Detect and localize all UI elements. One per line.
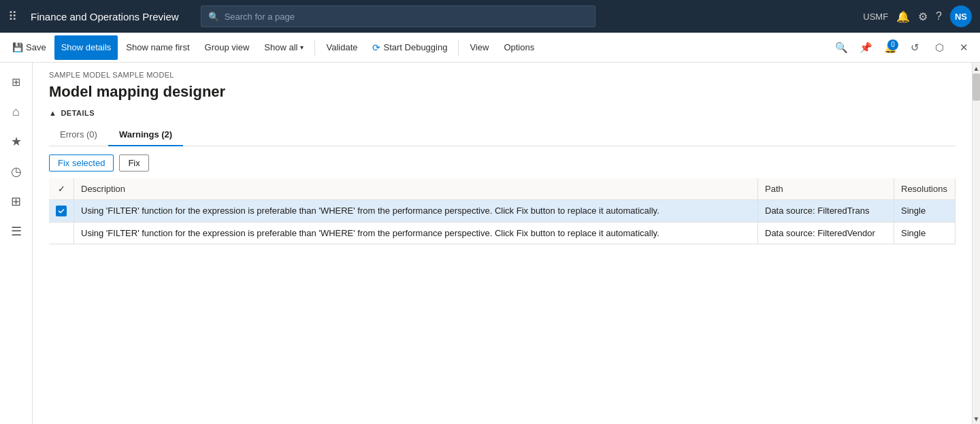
group-view-label: Group view	[205, 42, 250, 52]
main-layout: ⊞ ⌂ ★ ◷ ⊞ ☰ SAMPLE MODEL SAMPLE MODEL Mo…	[0, 63, 980, 424]
start-debugging-label: Start Debugging	[383, 42, 447, 52]
bell-icon[interactable]: 🔔	[896, 10, 910, 23]
refresh-icon[interactable]: ↺	[904, 37, 926, 59]
sidebar-filter-icon[interactable]: ⊞	[3, 68, 30, 95]
top-nav-right: USMF 🔔 ⚙ ? NS	[863, 5, 972, 27]
warnings-tab-label: Warnings (2)	[119, 129, 172, 140]
scroll-down-arrow[interactable]: ▼	[973, 413, 980, 424]
search-icon: 🔍	[208, 12, 219, 22]
table-header-row: ✓ Description Path Resolutions	[49, 178, 956, 200]
errors-tab-label: Errors (0)	[60, 129, 97, 140]
col-header-path: Path	[758, 178, 894, 200]
details-section: ▲ DETAILS Errors (0) Warnings (2) Fix se…	[33, 109, 972, 424]
show-details-label: Show details	[61, 42, 112, 52]
show-all-button[interactable]: Show all ▾	[257, 35, 310, 60]
row1-description: Using 'FILTER' function for the expressi…	[74, 200, 758, 223]
breadcrumb: SAMPLE MODEL SAMPLE MODEL	[33, 63, 972, 80]
chevron-down-icon: ▾	[300, 44, 304, 51]
row2-path: Data source: FilteredVendor	[758, 223, 894, 244]
view-button[interactable]: View	[463, 35, 495, 60]
sidebar: ⊞ ⌂ ★ ◷ ⊞ ☰	[0, 63, 33, 424]
notification-badge: 0	[887, 39, 898, 50]
validate-button[interactable]: Validate	[319, 35, 364, 60]
fix-selected-label: Fix selected	[58, 158, 105, 168]
row2-description: Using 'FILTER' function for the expressi…	[74, 223, 758, 244]
scroll-up-arrow[interactable]: ▲	[973, 63, 980, 74]
debug-icon: ⟳	[372, 42, 380, 53]
col-header-resolutions: Resolutions	[894, 178, 956, 200]
right-scrollbar[interactable]: ▲ ▼	[972, 63, 980, 424]
show-name-first-label: Show name first	[126, 42, 189, 52]
start-debugging-button[interactable]: ⟳ Start Debugging	[365, 35, 454, 60]
row2-resolutions: Single	[894, 223, 956, 244]
sidebar-menu-icon[interactable]: ☰	[3, 218, 30, 245]
environment-label: USMF	[863, 12, 888, 22]
search-box[interactable]: 🔍	[201, 5, 595, 27]
pin-icon[interactable]: 📌	[855, 37, 877, 59]
open-in-new-icon[interactable]: ⬡	[928, 37, 950, 59]
app-title: Finance and Operations Preview	[31, 11, 179, 22]
separator-1	[314, 39, 315, 56]
avatar[interactable]: NS	[950, 5, 972, 27]
collapse-arrow-icon[interactable]: ▲	[49, 109, 56, 117]
validate-label: Validate	[326, 42, 357, 52]
search-cmd-icon[interactable]: 🔍	[830, 37, 852, 59]
scroll-thumb[interactable]	[973, 74, 980, 101]
tab-errors[interactable]: Errors (0)	[49, 124, 108, 146]
row1-check-cell	[49, 200, 74, 223]
fix-label: Fix	[128, 158, 140, 168]
separator-2	[458, 39, 459, 56]
row1-path: Data source: FilteredTrans	[758, 200, 894, 223]
options-label: Options	[504, 42, 534, 52]
sidebar-home-icon[interactable]: ⌂	[3, 98, 30, 125]
scroll-track[interactable]	[973, 74, 980, 413]
tab-warnings[interactable]: Warnings (2)	[108, 124, 183, 146]
top-navigation: ⠿ Finance and Operations Preview 🔍 USMF …	[0, 0, 980, 33]
save-label: Save	[26, 42, 46, 52]
grid-icon[interactable]: ⠿	[8, 9, 17, 24]
help-icon[interactable]: ?	[936, 10, 942, 22]
details-label: DETAILS	[61, 109, 95, 117]
options-button[interactable]: Options	[497, 35, 541, 60]
sidebar-workspaces-icon[interactable]: ⊞	[3, 188, 30, 215]
search-input[interactable]	[225, 12, 588, 22]
close-icon[interactable]: ✕	[953, 37, 975, 59]
checkbox-checked	[56, 206, 67, 216]
col-header-description: Description	[74, 178, 758, 200]
sidebar-favorites-icon[interactable]: ★	[3, 128, 30, 155]
settings-icon[interactable]: ⚙	[918, 10, 928, 23]
show-all-label: Show all	[264, 42, 297, 52]
details-header: ▲ DETAILS	[49, 109, 956, 117]
row1-resolutions: Single	[894, 200, 956, 223]
page-title: Model mapping designer	[33, 80, 972, 109]
table-row[interactable]: Using 'FILTER' function for the expressi…	[49, 200, 956, 223]
col-header-check: ✓	[49, 178, 74, 200]
view-label: View	[470, 42, 489, 52]
table-row[interactable]: Using 'FILTER' function for the expressi…	[49, 223, 956, 244]
command-bar-right: 🔍 📌 🔔 0 ↺ ⬡ ✕	[830, 37, 975, 59]
fix-selected-button[interactable]: Fix selected	[49, 154, 114, 172]
content-area: SAMPLE MODEL SAMPLE MODEL Model mapping …	[33, 63, 972, 424]
save-button[interactable]: 💾 Save	[5, 35, 53, 60]
command-bar: 💾 Save Show details Show name first Grou…	[0, 33, 980, 63]
fix-button[interactable]: Fix	[119, 154, 148, 172]
save-disk-icon: 💾	[12, 42, 23, 52]
show-details-button[interactable]: Show details	[54, 35, 118, 60]
row2-check-cell	[49, 223, 74, 244]
show-name-first-button[interactable]: Show name first	[119, 35, 196, 60]
fix-buttons-row: Fix selected Fix	[49, 154, 956, 172]
details-tabs: Errors (0) Warnings (2)	[49, 124, 956, 146]
group-view-button[interactable]: Group view	[198, 35, 257, 60]
warnings-table: ✓ Description Path Resolutions	[49, 178, 956, 244]
notifications-icon[interactable]: 🔔 0	[879, 37, 901, 59]
sidebar-recent-icon[interactable]: ◷	[3, 158, 30, 185]
